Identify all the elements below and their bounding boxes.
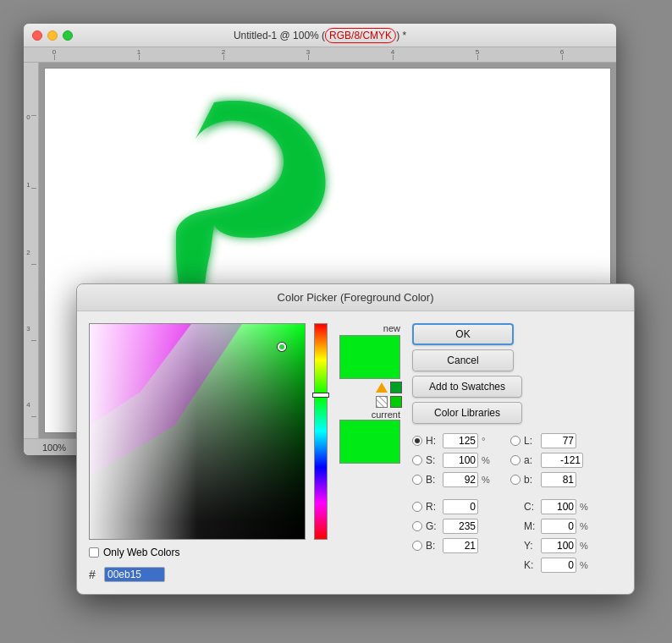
h-input[interactable] xyxy=(443,433,478,448)
color-gradient-picker[interactable] xyxy=(89,323,306,540)
m-label: M: xyxy=(524,520,537,532)
y-label: Y: xyxy=(524,540,537,552)
k-input[interactable] xyxy=(541,558,576,573)
a-field-row: a: xyxy=(510,452,592,469)
b-input[interactable] xyxy=(443,472,478,487)
g-input[interactable] xyxy=(443,519,478,534)
cancel-button[interactable]: Cancel xyxy=(412,349,514,371)
color-picker-dialog: Color Picker (Foreground Color) xyxy=(76,283,635,595)
ok-button[interactable]: OK xyxy=(412,323,514,345)
y-field-row: Y: % xyxy=(510,537,592,554)
right-panel: OK Cancel Add to Swatches Color Librarie… xyxy=(412,323,622,582)
l-radio[interactable] xyxy=(510,436,521,446)
s-unit: % xyxy=(482,455,493,465)
add-to-swatches-button[interactable]: Add to Swatches xyxy=(412,376,522,398)
color-preview-area: new current xyxy=(336,323,404,582)
minimize-button[interactable] xyxy=(47,30,58,41)
spectrum-indicator xyxy=(313,393,328,397)
lab-b-input[interactable] xyxy=(541,472,576,487)
s-input[interactable] xyxy=(443,453,478,468)
k-unit: % xyxy=(580,560,592,570)
y-unit: % xyxy=(580,541,592,551)
ruler-vertical: 0 1 2 3 4 xyxy=(24,63,39,455)
m-field-row: M: % xyxy=(510,518,592,535)
hsb-rgb-fields: H: ° S: % B: xyxy=(412,432,493,574)
h-field-row: H: ° xyxy=(412,432,493,449)
blue-input[interactable] xyxy=(443,538,478,553)
current-color-swatch xyxy=(339,420,400,464)
color-picker-indicator xyxy=(278,343,286,351)
traffic-lights xyxy=(32,30,73,41)
m-unit: % xyxy=(580,521,592,531)
hex-input[interactable] xyxy=(104,567,165,582)
blue-radio[interactable] xyxy=(412,541,422,551)
ruler-horizontal: 0 1 2 3 4 5 6 xyxy=(24,47,616,63)
l-label: L: xyxy=(524,435,537,447)
b-unit: % xyxy=(482,475,493,485)
zoom-level: 100% xyxy=(42,442,66,453)
lab-b-radio[interactable] xyxy=(510,475,521,485)
web-safe-icon xyxy=(376,396,388,408)
lab-b-field-row: b: xyxy=(510,471,592,488)
r-input[interactable] xyxy=(443,499,478,514)
k-field-row: K: % xyxy=(510,557,592,574)
gamut-color-swatch[interactable] xyxy=(390,382,402,393)
m-input[interactable] xyxy=(541,519,576,534)
s-radio[interactable] xyxy=(412,455,422,465)
a-input[interactable] xyxy=(541,453,583,468)
window-title: Untitled-1 @ 100% (RGB/8/CMYK) * xyxy=(234,30,406,41)
hex-row: # xyxy=(89,567,306,582)
b-field-row: B: % xyxy=(412,471,493,488)
r-radio[interactable] xyxy=(412,502,422,512)
h-unit: ° xyxy=(482,436,493,446)
g-label: G: xyxy=(426,520,439,532)
r-field-row: R: xyxy=(412,498,493,515)
y-input[interactable] xyxy=(541,538,576,553)
current-label: current xyxy=(372,409,404,420)
zoom-button[interactable] xyxy=(63,30,73,41)
a-label: a: xyxy=(524,454,537,466)
only-web-colors-checkbox[interactable] xyxy=(89,547,99,558)
spectrum-strip[interactable] xyxy=(314,323,328,540)
web-safe-swatch[interactable] xyxy=(390,396,402,408)
r-label: R: xyxy=(426,501,439,513)
l-input[interactable] xyxy=(541,433,576,448)
l-field-row: L: xyxy=(510,432,592,449)
blue-label: B: xyxy=(426,540,439,552)
ps-titlebar: Untitled-1 @ 100% (RGB/8/CMYK) * xyxy=(24,24,616,47)
dialog-title: Color Picker (Foreground Color) xyxy=(77,284,634,311)
lab-cmyk-fields: L: a: b: xyxy=(510,432,592,574)
b-radio[interactable] xyxy=(412,475,422,485)
g-field-row: G: xyxy=(412,518,493,535)
a-radio[interactable] xyxy=(510,455,521,465)
h-label: H: xyxy=(426,435,439,447)
only-web-colors-label: Only Web Colors xyxy=(103,547,179,558)
s-field-row: S: % xyxy=(412,452,493,469)
color-fields-section: H: ° S: % B: xyxy=(412,432,622,574)
b-label: B: xyxy=(426,474,439,486)
c-field-row: C: % xyxy=(510,498,592,515)
gamut-warning-icon xyxy=(376,382,388,393)
s-label: S: xyxy=(426,454,439,466)
c-input[interactable] xyxy=(541,499,576,514)
c-unit: % xyxy=(580,502,592,512)
new-label: new xyxy=(383,323,404,333)
color-libraries-button[interactable]: Color Libraries xyxy=(412,402,522,424)
only-web-colors-row: Only Web Colors xyxy=(89,547,306,558)
g-radio[interactable] xyxy=(412,521,422,531)
hex-symbol: # xyxy=(89,568,101,581)
lab-b-label: b: xyxy=(524,474,537,486)
blue-field-row: B: xyxy=(412,537,493,554)
close-button[interactable] xyxy=(32,30,42,41)
k-label: K: xyxy=(524,559,537,571)
h-radio[interactable] xyxy=(412,436,422,446)
new-color-swatch xyxy=(339,335,400,379)
c-label: C: xyxy=(524,501,537,513)
